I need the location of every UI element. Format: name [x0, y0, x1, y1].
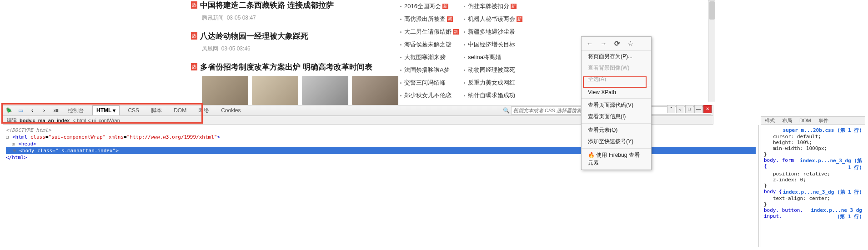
collapse-icon[interactable]: ⊟	[6, 134, 10, 140]
css-source-link[interactable]: index.p...ne_3_dg (第 1 行)	[806, 207, 862, 220]
thumbnail[interactable]	[202, 76, 248, 105]
css-prop[interactable]: cursor: default;	[764, 134, 862, 140]
thumbnail[interactable]	[302, 76, 348, 105]
trending-item[interactable]: 纳什自曝求婚成功	[464, 89, 527, 102]
tab-cookies[interactable]: Cookies	[217, 106, 244, 115]
firebug-css-panel[interactable]: super_m...20b.css (第 1 行) cursor: defaul…	[761, 125, 865, 247]
ctx-inspect[interactable]: 查看元素(Q)	[582, 125, 651, 136]
bullet-icon	[400, 6, 401, 7]
trending-item[interactable]: 倒挂车牌被扣分新	[464, 0, 527, 13]
news-title[interactable]: 八达岭动物园一经理被大象踩死	[200, 31, 308, 41]
expand-icon[interactable]: ⊞	[13, 147, 17, 154]
trending-text: 中国经济增长目标	[468, 38, 515, 51]
css-selector[interactable]: body, button, input,	[764, 207, 806, 220]
context-menu-nav: ← → ⟳ ☆	[582, 38, 651, 51]
css-source-link[interactable]: super_m...20b.css (第 1 行)	[764, 127, 862, 134]
trending-text: 新疆多地遇沙尘暴	[468, 25, 515, 38]
back-icon[interactable]: ←	[586, 40, 593, 48]
trending-item[interactable]: 法国禁播哆啦A梦	[400, 64, 464, 76]
minimize-button[interactable]: —	[694, 105, 702, 113]
trending-item[interactable]: 2016全国两会新	[400, 0, 464, 13]
expand-icon[interactable]: ⊞	[12, 140, 16, 147]
dropdown-button[interactable]	[676, 105, 684, 113]
trending-text: 海昏侯墓未解之谜	[404, 38, 452, 51]
tab-script[interactable]: 脚本	[147, 105, 166, 116]
rtab-layout[interactable]: 布局	[778, 117, 796, 124]
tab-net[interactable]: 网络	[195, 105, 213, 116]
trending-item[interactable]: 机器人秘书读两会新	[464, 13, 527, 25]
trending-text: 大二男生请假结婚	[404, 25, 452, 38]
tab-css[interactable]: CSS	[124, 106, 143, 115]
css-prop[interactable]: height: 100%;	[764, 140, 862, 145]
trending-item[interactable]: 交警三问冯绍峰	[400, 76, 464, 89]
nav-back-icon[interactable]: ‹	[29, 107, 36, 114]
trending-item[interactable]: 大二男生请假结婚新	[400, 25, 464, 38]
trending-item[interactable]: 新疆多地遇沙尘暴	[464, 25, 527, 38]
collapse-button[interactable]	[667, 105, 675, 113]
trending-text: 纳什自曝求婚成功	[468, 89, 515, 102]
css-source-link[interactable]: index.p...ne_3_dg (第 1 行)	[783, 189, 862, 195]
trending-item[interactable]: 中国经济增长目标	[464, 38, 527, 51]
ctx-view-xpath[interactable]: View XPath	[582, 87, 651, 97]
trending-text: 反重力美女成网红	[468, 76, 515, 89]
css-brace: }	[764, 201, 862, 207]
close-button[interactable]: ✕	[703, 105, 712, 113]
tab-html[interactable]: HTML ▾	[92, 105, 120, 115]
trending-columns: 2016全国两会新高仿派出所被查新大二男生请假结婚新海昏侯墓未解之谜大范围寒潮来…	[400, 0, 527, 102]
css-selector[interactable]: body, form {	[764, 157, 795, 171]
nav-fwd-icon[interactable]: ›	[40, 107, 48, 114]
css-prop[interactable]: text-align: center;	[764, 195, 862, 201]
rtab-style[interactable]: 样式	[761, 117, 778, 124]
reload-icon[interactable]: ⟳	[614, 40, 620, 48]
scrollbar-vertical[interactable]	[708, 0, 715, 102]
bullet-icon	[400, 19, 401, 20]
trending-col-right: 倒挂车牌被扣分新机器人秘书读两会新新疆多地遇沙尘暴中国经济增长目标selina将…	[464, 0, 527, 102]
inspect-icon[interactable]: ▭	[17, 107, 24, 114]
trending-item[interactable]: 海昏侯墓未解之谜	[400, 38, 464, 51]
breadcrumb-current[interactable]: body.c_ma_an_index	[20, 118, 70, 123]
trending-text: 大范围寒潮来袭	[404, 51, 446, 64]
ctx-view-source[interactable]: 查看页面源代码(V)	[582, 100, 651, 111]
bullet-icon	[464, 19, 465, 20]
ctx-add-speed[interactable]: 添加至快速拨号(Y)	[582, 136, 651, 147]
forward-icon[interactable]: →	[600, 40, 607, 48]
rtab-dom[interactable]: DOM	[796, 118, 815, 123]
bullet-icon	[464, 6, 465, 7]
trending-col-left: 2016全国两会新高仿派出所被查新大二男生请假结婚新海昏侯墓未解之谜大范围寒潮来…	[400, 0, 464, 102]
thumbnail[interactable]	[352, 76, 398, 105]
trending-item[interactable]: 动物园经理被踩死	[464, 64, 527, 76]
scrollbar-thumb[interactable]	[709, 1, 715, 20]
trending-text: 机器人秘书读两会	[468, 13, 515, 25]
new-badge: 新	[453, 29, 459, 35]
tab-dom[interactable]: DOM	[170, 106, 190, 115]
trending-item[interactable]: 反重力美女成网红	[464, 76, 527, 89]
bullet-icon	[464, 31, 465, 33]
css-prop[interactable]: z-index: 0;	[764, 177, 862, 183]
news-title[interactable]: 多省份招考制度改革方案出炉 明确高考改革时间表	[200, 62, 372, 72]
ctx-firebug-label: 使用 Firebug 查看元素	[588, 152, 640, 166]
command-icon[interactable]: ›≡	[52, 107, 60, 114]
bullet-icon	[464, 82, 465, 84]
news-title[interactable]: 中国将建造二条西藏铁路 连接成都拉萨	[200, 0, 334, 10]
ctx-save-as[interactable]: 将页面另存为(P)...	[582, 51, 651, 62]
thumbnail[interactable]	[252, 76, 298, 105]
trending-item[interactable]: 高仿派出所被查新	[400, 13, 464, 25]
css-selector[interactable]: body {	[764, 189, 782, 195]
ctx-view-info[interactable]: 查看页面信息(I)	[582, 111, 651, 122]
css-prop[interactable]: min-width: 1000px;	[764, 145, 862, 151]
ctx-firebug-inspect[interactable]: 🔥 使用 Firebug 查看元素	[582, 150, 651, 169]
trending-item[interactable]: selina将离婚	[464, 51, 527, 64]
bookmark-icon[interactable]: ☆	[627, 40, 633, 48]
breadcrumb-trail[interactable]: < html < ui_contWrap	[72, 118, 120, 123]
css-prop[interactable]: position: relative;	[764, 171, 862, 177]
rtab-event[interactable]: 事件	[815, 117, 832, 124]
popout-button[interactable]: □	[685, 105, 693, 113]
trending-item[interactable]: 大范围寒潮来袭	[400, 51, 464, 64]
trending-text: 2016全国两会	[404, 0, 441, 13]
firebug-icon[interactable]: 🪲	[5, 107, 12, 114]
css-brace: }	[764, 183, 862, 189]
css-source-link[interactable]: index.p...ne_3_dg (第 1 行)	[795, 157, 862, 171]
tab-console[interactable]: 控制台	[64, 105, 88, 116]
trending-item[interactable]: 郑少秋女儿不伦恋	[400, 89, 464, 102]
edit-label[interactable]: 编辑	[7, 117, 17, 124]
